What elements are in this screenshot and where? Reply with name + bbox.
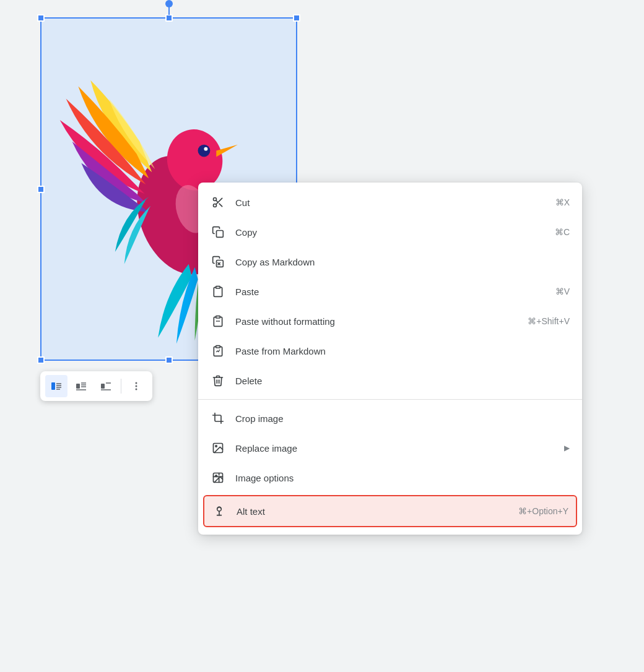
crop-icon [211,411,225,426]
menu-item-alt-text[interactable]: Alt text ⌘+Option+Y [203,495,577,527]
menu-item-paste-markdown[interactable]: Paste from Markdown [198,336,582,366]
svg-rect-35 [216,346,220,348]
menu-item-paste[interactable]: Paste ⌘V [198,277,582,306]
menu-item-copy[interactable]: Copy ⌘C [198,217,582,247]
menu-label-paste-noformat: Paste without formatting [235,316,503,327]
shortcut-alt-text: ⌘+Option+Y [518,506,568,516]
svg-rect-33 [216,316,220,318]
menu-item-paste-noformat[interactable]: Paste without formatting ⌘+Shift+V [198,306,582,336]
menu-label-paste-markdown: Paste from Markdown [235,346,545,356]
svg-point-22 [136,389,137,390]
copy-icon [211,225,225,239]
menu-item-replace-image[interactable]: Replace image ▶ [198,433,582,463]
handle-top-left[interactable] [37,14,45,22]
canvas: Cut ⌘X Copy ⌘C [0,0,644,672]
svg-point-20 [136,382,137,384]
delete-icon [211,373,225,388]
menu-label-copy: Copy [235,227,530,238]
paste-markdown-icon [211,343,225,358]
menu-label-copy-markdown: Copy as Markdown [235,257,545,267]
paste-noformat-icon [211,314,225,329]
align-break-icon [100,380,112,392]
toolbar-divider [121,379,121,394]
svg-line-26 [219,204,222,207]
shortcut-paste: ⌘V [555,286,570,296]
menu-item-delete[interactable]: Delete [198,366,582,395]
menu-label-cut: Cut [235,197,531,208]
svg-rect-17 [101,384,105,389]
menu-label-image-options: Image options [235,473,545,483]
menu-item-copy-markdown[interactable]: Copy as Markdown [198,247,582,277]
rotate-line [168,6,170,15]
menu-label-alt-text: Alt text [237,506,494,517]
shortcut-copy: ⌘C [555,227,570,237]
more-options-button[interactable] [125,375,147,397]
handle-top-middle[interactable] [165,14,173,22]
scissors-icon [211,195,225,210]
svg-rect-32 [216,286,220,288]
menu-label-crop-image: Crop image [235,413,545,424]
align-break-button[interactable] [95,375,117,397]
submenu-arrow-icon: ▶ [564,444,570,452]
align-inline-icon [50,380,63,392]
svg-point-37 [215,446,217,447]
replace-image-icon [211,441,225,455]
more-options-icon [130,380,142,392]
svg-rect-7 [51,382,55,390]
handle-middle-left[interactable] [37,186,45,193]
svg-point-5 [204,147,207,151]
paste-icon [211,284,225,299]
shortcut-paste-noformat: ⌘+Shift+V [528,316,570,326]
svg-point-4 [198,145,211,157]
shortcut-cut: ⌘X [555,197,570,207]
align-wrap-button[interactable] [70,375,92,397]
menu-item-image-options[interactable]: Image options [198,463,582,493]
menu-item-crop-image[interactable]: Crop image [198,403,582,433]
image-options-icon [211,470,225,485]
menu-divider-1 [198,399,582,400]
handle-bottom-left[interactable] [37,356,45,364]
svg-rect-28 [217,231,224,238]
copy-markdown-icon [211,254,225,269]
alt-text-icon [212,504,227,519]
svg-rect-12 [76,384,80,389]
menu-item-cut[interactable]: Cut ⌘X [198,187,582,217]
handle-rotate[interactable] [165,0,173,7]
menu-label-replace-image: Replace image [235,443,558,454]
menu-label-delete: Delete [235,376,545,386]
context-menu: Cut ⌘X Copy ⌘C [198,183,582,535]
svg-point-21 [136,386,137,387]
handle-bottom-middle[interactable] [165,356,173,364]
align-wrap-icon [75,380,87,392]
menu-label-paste: Paste [235,286,531,297]
svg-line-27 [216,200,218,202]
align-inline-button[interactable] [45,375,67,397]
handle-top-right[interactable] [293,14,300,22]
inline-toolbar [40,371,152,401]
